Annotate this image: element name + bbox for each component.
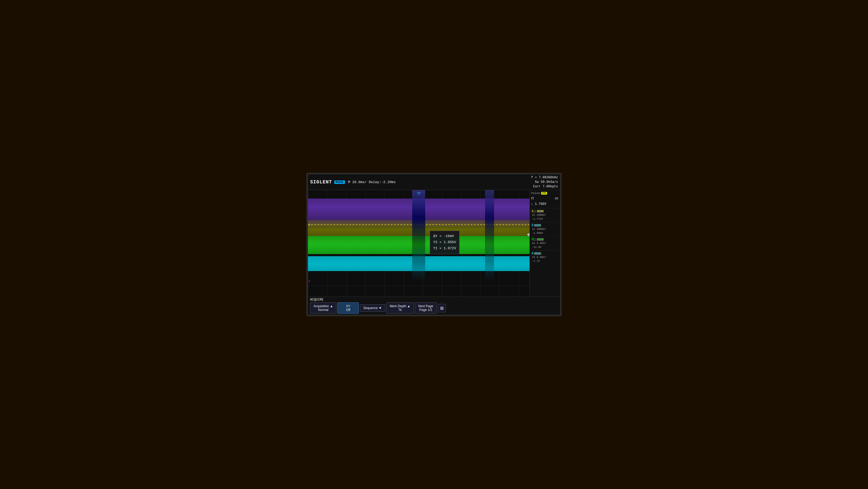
coupling-label: DC	[555, 197, 558, 200]
ch3-volt: 5.00V/	[537, 242, 546, 245]
ch1-mag: 1X	[532, 214, 535, 217]
ch1-coupling-badge: DC1M	[537, 210, 544, 213]
oscilloscope-screen: 1 4 3 2 ΔY = -16mV Y2 = 1.956V Y1 = 1.97…	[308, 190, 529, 297]
freq-info: f = 7.08300kHz Sa 50.0kSa/s Curr 7.00kpt…	[531, 175, 558, 189]
acquisition-button[interactable]: Acquisition ▲ Normal	[310, 302, 336, 314]
mem-depth-arrow: ▲	[407, 304, 410, 308]
ch2-marker: 2	[308, 280, 310, 283]
sa-value: 50.0kSa/s	[540, 180, 558, 184]
pulse-section: Pulse CH1	[531, 192, 558, 195]
ch4-offset: -7.7V	[532, 260, 540, 263]
grid-icon-button[interactable]: ⊞	[438, 304, 446, 313]
ch2-coupling-badge: DC1M	[534, 224, 541, 227]
cursor-arrow	[527, 233, 529, 236]
ch1-small-square	[533, 210, 535, 213]
main-area: 1 4 3 2 ΔY = -16mV Y2 = 1.956V Y1 = 1.97…	[308, 190, 560, 297]
sequence-label: Sequence	[363, 306, 378, 310]
ch2-offset: -1.996V	[532, 232, 543, 235]
ch3-small-square	[533, 238, 535, 240]
xy-button[interactable]: XY Off	[338, 302, 359, 314]
l-value: 1.780V	[535, 202, 546, 206]
delay-value: Delay:-2.20ms	[369, 180, 396, 184]
ch1-volt: 200mV/	[537, 214, 546, 217]
tooltip-y2: Y2 = 1.956V	[433, 239, 456, 245]
l-label: L	[531, 202, 533, 206]
right-spike-region	[485, 190, 494, 281]
acquisition-label: Acquisition	[313, 304, 329, 308]
timebase-value: M 10.0ms/	[348, 180, 367, 184]
sequence-arrow: ▼	[379, 306, 382, 310]
tooltip-dy: ΔY = -16mV	[433, 233, 456, 239]
ch2-number: 2	[531, 223, 533, 227]
right-panel: Pulse CH1 ⊓ DC L 1.780V 1 DC1M 1X	[529, 190, 560, 297]
bottom-area: ACQUIRE Acquisition ▲ Normal XY Off Sequ…	[308, 297, 560, 315]
ch1-number: 1	[531, 209, 533, 213]
next-page-value: Page 1/2	[420, 308, 432, 312]
ch3-marker: 3	[308, 257, 310, 260]
acquisition-mode: Normal	[318, 308, 329, 312]
curr-label: Curr	[533, 185, 540, 188]
timebase-info: M 10.0ms/ Delay:-2.20ms	[348, 180, 396, 184]
top-bar: SIGLENT Ready M 10.0ms/ Delay:-2.20ms f …	[308, 174, 560, 190]
pulse-label: Pulse	[531, 192, 540, 195]
next-page-label: Next Page	[418, 304, 433, 308]
ch3-mag: 1X	[532, 242, 535, 245]
ch1-offset: -1.772V	[532, 218, 543, 221]
curr-value: 7.00kpts	[542, 185, 558, 188]
ch2-row[interactable]: 2 DC1M 1X 200mV/ -1.996V	[531, 222, 558, 235]
bottom-buttons: Acquisition ▲ Normal XY Off Sequence ▼ M…	[310, 302, 558, 314]
sa-line: Sa 50.0kSa/s	[531, 180, 558, 185]
ch4-row[interactable]: 4 DC1M 1X 5.00V/ -7.7V	[531, 250, 558, 263]
tooltip-y1: Y1 = 1.972V	[433, 245, 456, 252]
freq-line: f = 7.08300kHz	[531, 175, 558, 180]
ch4-marker: 4	[308, 242, 310, 246]
freq-value: 7.08300kHz	[539, 176, 558, 180]
ch1-settings: 1X 200mV/ -1.772V	[531, 213, 558, 221]
ch4-coupling-badge: DC1M	[534, 252, 541, 255]
ch3-row[interactable]: 3 DC1M 1X 5.00V/ -12.8V	[531, 236, 558, 249]
xy-label: XY	[346, 304, 350, 308]
ch3-number: 3	[531, 237, 533, 241]
grid-icon: ⊞	[440, 306, 443, 311]
xy-value: Off	[346, 308, 350, 312]
brand-logo: SIGLENT	[310, 180, 332, 185]
ch4-mag: 1X	[532, 256, 535, 259]
acquisition-arrow: ▲	[330, 304, 333, 308]
next-page-button[interactable]: Next Page Page 1/2	[415, 302, 437, 314]
ch2-volt: 200mV/	[537, 228, 546, 231]
sequence-button[interactable]: Sequence ▼	[360, 304, 385, 312]
acquire-label: ACQUIRE	[310, 298, 558, 302]
ch1-badge: CH1	[541, 192, 547, 195]
measurement-tooltip: ΔY = -16mV Y2 = 1.956V Y1 = 1.972V	[430, 231, 460, 254]
ch3-offset: -12.8V	[532, 246, 541, 249]
ch4-volt: 5.00V/	[537, 256, 546, 259]
ch3-coupling-badge: DC1M	[537, 238, 544, 241]
ch2-settings: 1X 200mV/ -1.996V	[531, 227, 558, 235]
center-spike-region	[412, 190, 426, 281]
mem-depth-label: Mem Depth	[390, 304, 406, 308]
ch3-settings: 1X 5.00V/ -12.8V	[531, 241, 558, 249]
ch1-row[interactable]: 1 DC1M 1X 200mV/ -1.772V	[531, 208, 558, 221]
status-badge: Ready	[334, 181, 345, 184]
mem-depth-button[interactable]: Mem Depth ▲ 7k	[386, 302, 414, 314]
sa-label: Sa	[535, 180, 539, 184]
ch1-marker: 1	[308, 223, 310, 226]
mem-depth-value: 7k	[398, 308, 402, 312]
pulse-symbol: ⊓	[531, 196, 533, 201]
oscilloscope-display: SIGLENT Ready M 10.0ms/ Delay:-2.20ms f …	[306, 173, 562, 316]
ch4-number: 4	[531, 252, 533, 255]
curr-line: Curr 7.00kpts	[531, 185, 558, 189]
ch2-mag: 1X	[532, 228, 535, 231]
ch4-settings: 1X 5.00V/ -7.7V	[531, 255, 558, 263]
freq-label: f =	[531, 176, 537, 180]
